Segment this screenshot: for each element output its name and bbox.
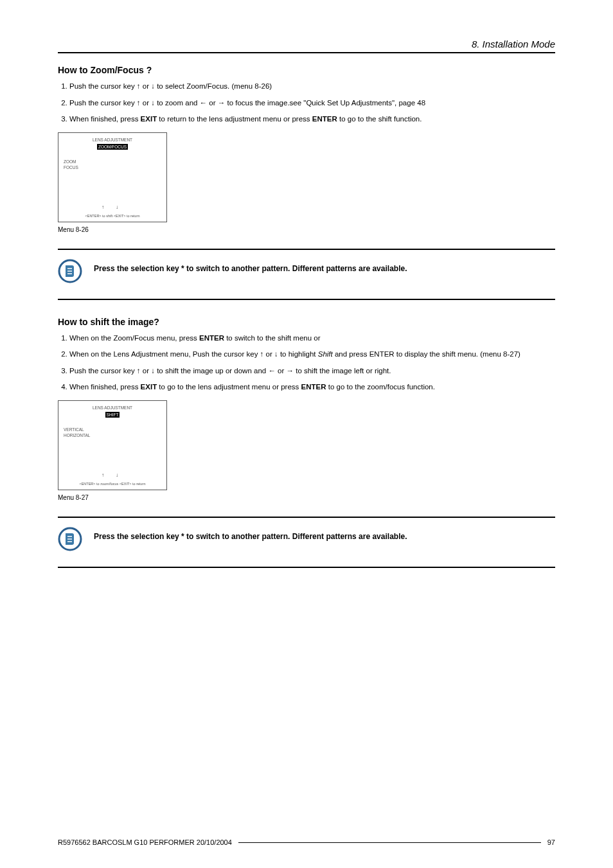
menu-figure-8-26: LENS ADJUSTMENT ZOOM/FOCUS ZOOM FOCUS ↑ … — [58, 132, 555, 222]
menu-line: HORIZONTAL — [64, 432, 161, 438]
menu-line: ZOOM — [64, 159, 161, 164]
text: to go to the zoom/focus function. — [326, 383, 435, 391]
note-icon — [58, 259, 82, 283]
steps-zoom-focus: Push the cursor key ↑ or ↓ to select Zoo… — [58, 82, 555, 125]
key-exit: EXIT — [141, 383, 157, 391]
text: When finished, press — [69, 383, 141, 391]
text: When finished, press — [69, 115, 141, 123]
step: Push the cursor key ↑ or ↓ to shift the … — [69, 366, 555, 376]
arrows: ↑ ↓ — [58, 204, 166, 211]
menu-hint: <ENTER> to zoom/focus <EXIT> to return — [58, 482, 166, 487]
note-text: Press the selection key * to switch to a… — [94, 259, 407, 273]
note-block: Press the selection key * to switch to a… — [58, 517, 555, 568]
page-number: 97 — [547, 838, 555, 846]
step: When finished, press EXIT to return to t… — [69, 114, 555, 125]
steps-shift: When on the Zoom/Focus menu, press ENTER… — [58, 333, 555, 393]
menu-highlight: SHIFT — [64, 412, 161, 418]
menu-box: LENS ADJUSTMENT ZOOM/FOCUS ZOOM FOCUS ↑ … — [58, 132, 167, 222]
menu-figure-8-27: LENS ADJUSTMENT SHIFT VERTICAL HORIZONTA… — [58, 400, 555, 490]
text: to go to the shift function. — [337, 115, 422, 123]
step: Push the cursor key ↑ or ↓ to select Zoo… — [69, 82, 555, 92]
menu-caption: Menu 8-27 — [58, 494, 555, 501]
key-enter: ENTER — [301, 383, 326, 391]
menu-hint: <ENTER> to shift <EXIT> to return — [58, 214, 166, 219]
menu-title: LENS ADJUSTMENT — [64, 137, 161, 143]
text: and press ENTER to display the shift men… — [333, 350, 483, 358]
footer-left: R5976562 BARCOSLM G10 PERFORMER 20/10/20… — [58, 838, 232, 846]
text: Push the cursor key ↑ or ↓ to select Zoo… — [69, 82, 234, 90]
step: When on the Zoom/Focus menu, press ENTER… — [69, 333, 555, 344]
section-title-zoom-focus: How to Zoom/Focus ? — [58, 65, 555, 75]
text: to go to the lens adjustment menu or pre… — [157, 383, 301, 391]
text: When on the Zoom/Focus menu, press — [69, 334, 199, 342]
step: When on the Lens Adjustment menu, Push t… — [69, 350, 555, 360]
menu-highlight: ZOOM/FOCUS — [64, 144, 161, 150]
key-enter: ENTER — [312, 115, 337, 123]
step: When finished, press EXIT to go to the l… — [69, 382, 555, 393]
divider — [58, 52, 555, 53]
menu-line: FOCUS — [64, 164, 161, 170]
hl-text: SHIFT — [105, 412, 120, 418]
text: to switch to the shift menu or — [224, 334, 321, 342]
page: 8. Installation Mode How to Zoom/Focus ?… — [0, 0, 613, 868]
text: ) — [518, 350, 520, 358]
menu-title: LENS ADJUSTMENT — [64, 405, 161, 411]
note-block: Press the selection key * to switch to a… — [58, 249, 555, 300]
arrows: ↑ ↓ — [58, 472, 166, 479]
menu-box: LENS ADJUSTMENT SHIFT VERTICAL HORIZONTA… — [58, 400, 167, 490]
key-exit: EXIT — [141, 115, 157, 123]
note-icon — [58, 527, 82, 551]
menu-line: VERTICAL — [64, 427, 161, 432]
footer-rule — [238, 842, 541, 843]
text: to return to the lens adjustment menu or… — [157, 115, 312, 123]
menu-caption: Menu 8-26 — [58, 226, 555, 233]
text: When on the Lens Adjustment menu, Push t… — [69, 350, 318, 358]
step: Push the cursor key ↑ or ↓ to zoom and ←… — [69, 98, 555, 109]
hl-text: ZOOM/FOCUS — [97, 144, 128, 150]
text: ) — [269, 82, 272, 90]
chapter-header: 8. Installation Mode — [58, 39, 555, 49]
emph-shift: Shift — [318, 350, 333, 358]
menu-ref: menu 8-26 — [234, 82, 269, 90]
note-text: Press the selection key * to switch to a… — [94, 527, 407, 541]
section-title-shift: How to shift the image? — [58, 317, 555, 327]
key-enter: ENTER — [199, 334, 224, 342]
menu-ref: menu 8-27 — [483, 350, 518, 358]
page-footer: R5976562 BARCOSLM G10 PERFORMER 20/10/20… — [58, 838, 555, 846]
